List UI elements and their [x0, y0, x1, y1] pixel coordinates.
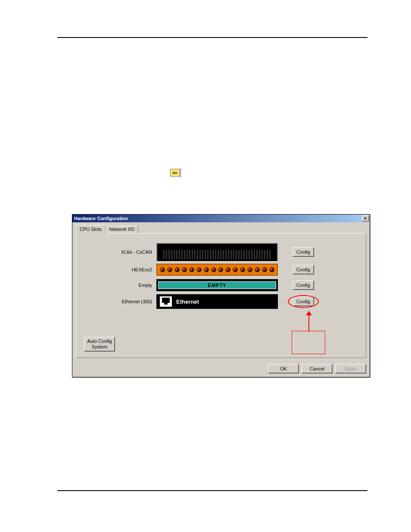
config-button-ethernet-wrap: Config: [278, 297, 314, 306]
slot-graphic-cpu: [156, 243, 278, 261]
auto-config-system-button[interactable]: Auto Config System: [84, 337, 115, 352]
terminal-icon: [247, 267, 252, 272]
slot-label-empty: Empty: [84, 283, 156, 288]
config-button-empty[interactable]: Config: [293, 280, 314, 290]
slot-label-ethernet: Ethernet (300): [84, 299, 156, 304]
apply-button[interactable]: Apply: [335, 364, 366, 373]
slot-row-ethernet: Ethernet (300) Ethernet Config: [84, 294, 358, 309]
annotation-box: [292, 331, 325, 354]
tab-cpu-slots[interactable]: CPU Slots: [76, 225, 106, 233]
terminal-icon: [160, 267, 165, 272]
terminal-icon: [225, 267, 230, 272]
dialog-footer: OK Cancel Apply: [72, 361, 370, 377]
dialog-title: Hardware Configuration: [74, 216, 128, 221]
tab-network-io[interactable]: Network I/O: [106, 226, 138, 233]
cpu-fins-icon: [163, 250, 271, 259]
terminal-icon: [204, 267, 209, 272]
config-button-cpu[interactable]: Config: [293, 247, 314, 257]
terminal-icon: [189, 267, 194, 272]
empty-badge: EMPTY: [158, 281, 276, 289]
terminal-icon: [233, 267, 238, 272]
terminal-icon: [211, 267, 216, 272]
close-button[interactable]: ✕: [362, 215, 369, 221]
cancel-button[interactable]: Cancel: [302, 364, 333, 373]
terminal-icon: [196, 267, 202, 272]
terminal-icon: [218, 267, 223, 272]
slot-row-cpu: XL6e - CsCAN Config: [84, 243, 358, 261]
ethernet-label: Ethernet: [176, 299, 199, 305]
tabs: CPU Slots Network I/O: [76, 225, 366, 233]
slot-label-hex: HEXExx2: [84, 267, 156, 272]
terminal-icon: [262, 267, 267, 272]
hardware-config-dialog: Hardware Configuration ✕ CPU Slots Netwo…: [72, 214, 370, 377]
slot-graphic-empty: EMPTY: [156, 279, 278, 291]
ethernet-port-icon: [160, 296, 172, 307]
config-button-hex[interactable]: Config: [293, 265, 314, 274]
terminal-icon: [174, 267, 180, 272]
io-icon-separator: [180, 168, 181, 177]
terminal-icon: [182, 267, 187, 272]
slot-row-hex: HEXExx2: [84, 263, 358, 277]
io-configure-icon[interactable]: I/O: [170, 169, 180, 177]
slot-graphic-hex: [156, 264, 278, 276]
annotation-arrow-line: [308, 311, 309, 332]
terminal-icon: [240, 267, 245, 272]
page-rule-bottom: [57, 490, 367, 491]
slot-row-empty: Empty EMPTY Config: [84, 278, 358, 292]
terminal-icon: [167, 267, 172, 272]
slot-label-cpu: XL6e - CsCAN: [84, 249, 156, 255]
terminal-icon: [269, 267, 274, 272]
slot-graphic-ethernet: Ethernet: [156, 294, 278, 309]
dialog-title-bar[interactable]: Hardware Configuration ✕: [72, 215, 370, 222]
terminal-icon: [255, 267, 260, 272]
page-rule-top: [57, 37, 367, 38]
config-button-ethernet[interactable]: Config: [293, 297, 314, 306]
ok-button[interactable]: OK: [268, 364, 299, 373]
